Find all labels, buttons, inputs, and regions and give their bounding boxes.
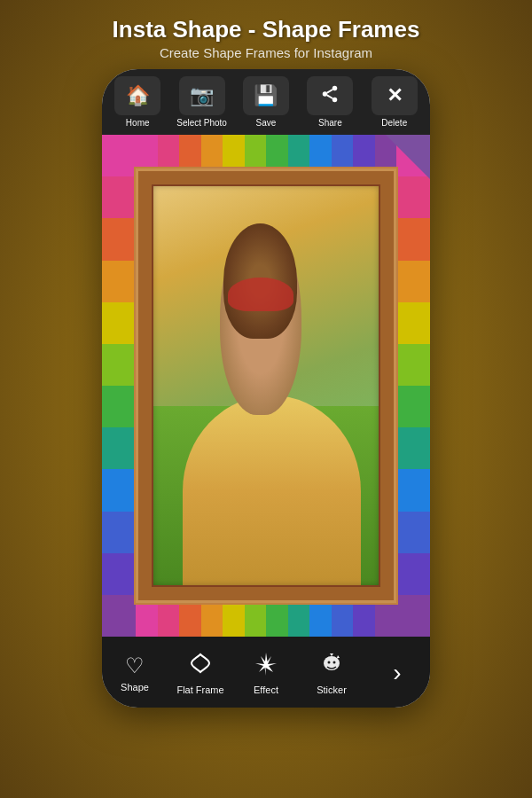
nav-effect[interactable]: Effect — [239, 651, 293, 695]
svg-point-0 — [332, 85, 338, 90]
photo-area — [102, 135, 430, 637]
svg-point-7 — [333, 661, 336, 664]
toolbar-home-box: 🏠 — [114, 76, 160, 115]
app-title: Insta Shape - Shape Frames — [9, 16, 523, 43]
toolbar-delete-box: ✕ — [372, 76, 418, 115]
delete-icon: ✕ — [387, 84, 403, 107]
wooden-frame — [136, 168, 396, 603]
app-header: Insta Shape - Shape Frames Create Shape … — [0, 0, 532, 69]
svg-line-4 — [327, 89, 332, 92]
phone-frame: 🏠 Home 📷 Select Photo 💾 Save — [102, 69, 430, 708]
more-icon: › — [393, 659, 401, 687]
home-icon: 🏠 — [126, 84, 150, 107]
flat-frame-icon — [188, 651, 213, 681]
sticker-icon — [319, 651, 344, 681]
toolbar: 🏠 Home 📷 Select Photo 💾 Save — [102, 69, 430, 135]
rainbow-right — [396, 135, 430, 637]
toolbar-save[interactable]: 💾 Save — [239, 76, 293, 128]
camera-icon: 📷 — [190, 84, 214, 107]
svg-point-6 — [328, 661, 331, 664]
rainbow-bottom — [136, 603, 396, 637]
nav-more[interactable]: › — [371, 659, 424, 687]
toolbar-share[interactable]: Share — [303, 76, 356, 128]
toolbar-select-photo-box: 📷 — [179, 76, 225, 115]
nav-effect-label: Effect — [254, 685, 278, 695]
toolbar-select-photo-label: Select Photo — [176, 118, 227, 128]
nav-shape-label: Shape — [121, 682, 149, 692]
nav-flat-frame-label: Flat Frame — [176, 685, 223, 695]
toolbar-delete[interactable]: ✕ Delete — [368, 76, 421, 128]
toolbar-home[interactable]: 🏠 Home — [111, 76, 164, 128]
shape-icon: ♡ — [125, 653, 145, 678]
rainbow-top — [136, 135, 396, 168]
toolbar-select-photo[interactable]: 📷 Select Photo — [176, 76, 229, 128]
bottom-nav: ♡ Shape Flat Frame Effect — [102, 637, 430, 708]
toolbar-share-box — [307, 76, 353, 115]
share-icon — [320, 84, 340, 108]
app-subtitle: Create Shape Frames for Instagram — [9, 45, 523, 60]
nav-sticker[interactable]: Sticker — [305, 651, 358, 695]
rainbow-left — [102, 135, 136, 637]
save-icon: 💾 — [254, 84, 278, 107]
toolbar-home-label: Home — [126, 118, 150, 128]
svg-line-3 — [327, 95, 332, 98]
effect-icon — [254, 651, 278, 681]
toolbar-share-label: Share — [318, 118, 342, 128]
toolbar-save-label: Save — [256, 118, 277, 128]
fold-inner — [386, 135, 430, 179]
svg-point-2 — [332, 97, 338, 102]
toolbar-delete-label: Delete — [381, 118, 407, 128]
nav-shape[interactable]: ♡ Shape — [108, 653, 161, 692]
fold-effect — [386, 135, 430, 179]
nav-flat-frame[interactable]: Flat Frame — [174, 651, 227, 695]
nav-sticker-label: Sticker — [317, 685, 347, 695]
toolbar-save-box: 💾 — [243, 76, 289, 115]
svg-point-1 — [323, 91, 328, 97]
